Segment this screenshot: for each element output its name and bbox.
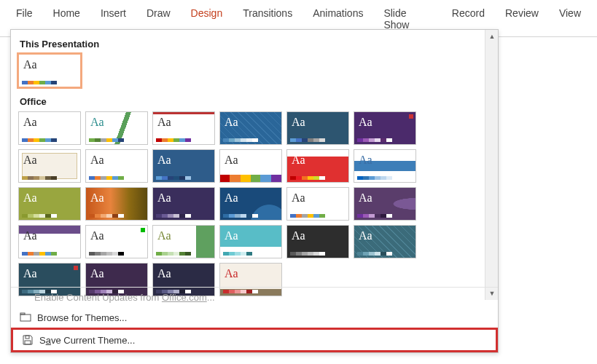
theme-swatches <box>156 252 191 256</box>
theme-aa-label: Aa <box>225 192 238 204</box>
theme-swatches <box>223 252 258 256</box>
theme-aa-label: Aa <box>225 116 238 128</box>
theme-aa-label: Aa <box>23 154 37 166</box>
section-office: Office <box>18 95 480 111</box>
theme-thumb[interactable]: Aa <box>219 225 282 258</box>
theme-thumb[interactable]: Aa <box>286 149 349 183</box>
theme-swatches <box>89 138 124 142</box>
theme-thumb[interactable]: Aa <box>18 225 81 258</box>
theme-thumb[interactable]: Aa <box>286 187 349 221</box>
thumbs-office: AaAaAaAaAaAaAaAaAaAaAaAaAaAaAaAaAaAaAaAa… <box>18 111 480 296</box>
theme-thumb[interactable]: Aa <box>152 225 215 258</box>
themes-menu-footer: Enable Content Updates from Office.com..… <box>11 287 498 352</box>
save-current-theme-highlight: Save Current Theme... <box>11 328 498 352</box>
theme-swatches <box>357 138 392 142</box>
theme-thumb[interactable]: Aa <box>354 225 416 258</box>
theme-thumb[interactable]: Aa <box>354 187 416 221</box>
theme-aa-label: Aa <box>292 230 305 242</box>
theme-aa-label: Aa <box>23 268 37 280</box>
ribbon-tab-view[interactable]: View <box>549 3 591 36</box>
theme-swatches <box>223 138 258 142</box>
theme-swatches <box>156 176 191 180</box>
theme-thumb[interactable]: Aa <box>85 187 148 221</box>
themes-dropdown-panel: This Presentation Aa Office AaAaAaAaAaAa… <box>10 29 499 353</box>
section-this-presentation: This Presentation <box>18 37 480 54</box>
save-current-theme-item[interactable]: Save Current Theme... <box>13 330 496 350</box>
theme-aa-label: Aa <box>359 116 372 128</box>
theme-aa-label: Aa <box>23 116 37 128</box>
theme-thumb[interactable]: Aa <box>85 149 148 183</box>
theme-swatches <box>156 214 191 218</box>
theme-aa-label: Aa <box>90 268 104 280</box>
theme-aa-label: Aa <box>292 192 305 204</box>
theme-thumb[interactable]: Aa <box>18 54 81 87</box>
theme-thumb[interactable]: Aa <box>219 187 282 221</box>
theme-thumb[interactable]: Aa <box>152 187 215 221</box>
theme-aa-label: Aa <box>292 116 305 128</box>
theme-thumb[interactable]: Aa <box>354 149 416 183</box>
theme-swatches <box>89 214 124 218</box>
theme-swatches <box>156 138 191 142</box>
theme-aa-label: Aa <box>23 192 37 204</box>
theme-swatches <box>290 138 325 142</box>
scrollbar-up-icon[interactable]: ▲ <box>485 30 499 43</box>
theme-thumb[interactable]: Aa <box>354 111 416 145</box>
theme-swatches <box>357 252 392 256</box>
theme-swatches <box>223 214 258 218</box>
theme-swatches <box>89 252 124 256</box>
svg-rect-2 <box>26 336 29 339</box>
theme-aa-label: Aa <box>359 192 372 204</box>
theme-swatches <box>290 252 325 256</box>
enable-updates-text: Enable Content Updates from Office.com..… <box>34 292 215 303</box>
themes-scroll-area: This Presentation Aa Office AaAaAaAaAaAa… <box>11 30 485 300</box>
theme-aa-label: Aa <box>157 268 171 280</box>
theme-aa-label: Aa <box>225 230 238 242</box>
theme-aa-label: Aa <box>90 116 104 128</box>
theme-aa-label: Aa <box>225 154 238 166</box>
theme-swatches <box>290 214 325 218</box>
theme-thumb[interactable]: Aa <box>219 149 282 183</box>
theme-thumb[interactable]: Aa <box>286 111 349 145</box>
browse-for-themes-item[interactable]: Browse for Themes... <box>11 307 498 328</box>
ribbon-tab-review[interactable]: Review <box>495 3 549 36</box>
theme-swatches <box>22 138 57 142</box>
theme-thumb[interactable]: Aa <box>219 111 282 145</box>
theme-aa-label: Aa <box>157 116 171 128</box>
browse-label: Browse for Themes... <box>37 312 127 323</box>
folder-icon <box>20 312 31 323</box>
theme-aa-label: Aa <box>157 154 171 166</box>
save-label: Save Current Theme... <box>39 335 135 346</box>
theme-aa-label: Aa <box>157 192 171 204</box>
theme-thumb[interactable]: Aa <box>18 149 81 183</box>
theme-aa-label: Aa <box>90 192 104 204</box>
theme-thumb[interactable]: Aa <box>152 149 215 183</box>
theme-thumb[interactable]: Aa <box>286 225 349 258</box>
theme-aa-label: Aa <box>90 154 104 166</box>
theme-swatches <box>89 176 124 180</box>
theme-thumb[interactable]: Aa <box>18 187 81 221</box>
theme-swatches <box>22 176 57 180</box>
theme-thumb[interactable]: Aa <box>85 111 148 145</box>
save-disk-icon <box>22 334 34 346</box>
theme-thumb[interactable]: Aa <box>85 225 148 258</box>
svg-rect-3 <box>25 341 31 344</box>
theme-aa-label: Aa <box>23 230 37 242</box>
scrollbar-vertical[interactable]: ▲ ▼ <box>485 30 498 300</box>
theme-thumb[interactable]: Aa <box>18 111 81 145</box>
theme-swatches <box>357 214 392 218</box>
theme-thumb[interactable]: Aa <box>152 111 215 145</box>
svg-rect-1 <box>20 313 25 314</box>
theme-swatches <box>22 81 57 84</box>
svg-rect-0 <box>20 314 31 321</box>
enable-content-updates-item: Enable Content Updates from Office.com..… <box>11 288 498 307</box>
theme-swatches <box>22 252 57 256</box>
theme-aa-label: Aa <box>23 59 37 71</box>
theme-swatches <box>22 214 57 218</box>
theme-aa-label: Aa <box>359 154 372 166</box>
theme-swatches <box>357 176 392 180</box>
theme-aa-label: Aa <box>292 154 305 166</box>
theme-aa-label: Aa <box>157 230 171 242</box>
theme-aa-label: Aa <box>359 230 372 242</box>
theme-aa-label: Aa <box>90 230 104 242</box>
theme-swatches <box>290 176 325 180</box>
